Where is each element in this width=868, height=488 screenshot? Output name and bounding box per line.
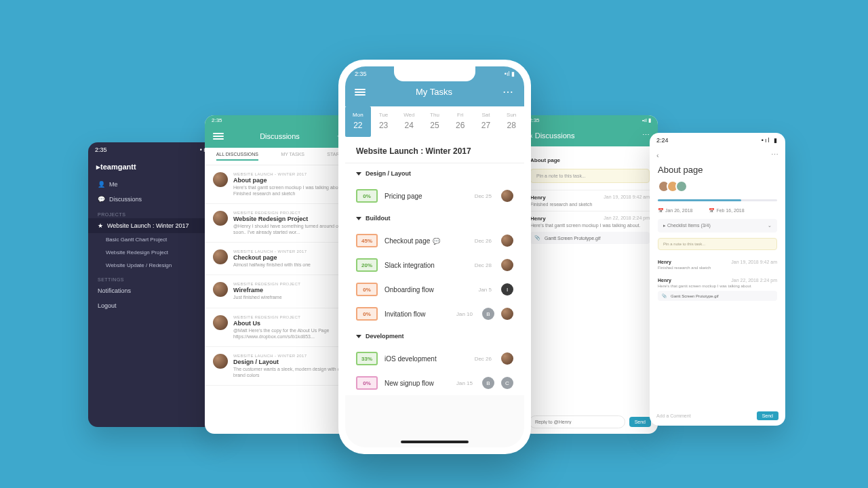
page-title: About page bbox=[650, 162, 785, 180]
send-button[interactable]: Send bbox=[757, 411, 778, 420]
task-row[interactable]: 33% iOS development Dec 26 bbox=[345, 346, 524, 371]
tab-all[interactable]: ALL DISCUSSIONS bbox=[216, 152, 258, 161]
progress-bar[interactable] bbox=[658, 199, 777, 201]
checklist-toggle[interactable]: ▸ Checklist Items (3/4) ⌄ bbox=[658, 219, 777, 232]
section-projects: PROJECTS bbox=[88, 207, 224, 218]
day-cell[interactable]: Thu25 bbox=[422, 106, 448, 137]
avatar bbox=[213, 211, 228, 226]
task-row[interactable]: 0% Invitation flow Jan 10 B bbox=[345, 302, 524, 326]
assignee-avatar bbox=[501, 190, 513, 202]
home-indicator[interactable] bbox=[401, 441, 469, 443]
project-item[interactable]: Website Update / Redesign bbox=[88, 259, 224, 272]
progress-badge: 33% bbox=[356, 352, 378, 365]
task-row[interactable]: 0% Onboarding flow Jan 5 I bbox=[345, 277, 524, 302]
nav-discussions[interactable]: 💬 Discussions bbox=[88, 192, 224, 207]
progress-badge: 0% bbox=[356, 283, 378, 296]
week-selector[interactable]: Mon22 Tue23 Wed24 Thu25 Fri26 Sat27 Sun2… bbox=[345, 106, 524, 137]
progress-badge: 0% bbox=[356, 307, 378, 321]
task-title: About page bbox=[530, 153, 650, 165]
note-input[interactable]: Pin a note to this task... bbox=[658, 238, 777, 250]
menu-icon[interactable] bbox=[355, 89, 366, 96]
day-cell[interactable]: Sat27 bbox=[473, 106, 499, 137]
date-range[interactable]: 📅 Jan 26, 2018 📅 Feb 16, 2018 bbox=[650, 208, 785, 219]
nav-logout[interactable]: Logout bbox=[88, 298, 224, 313]
sidebar-screen: 2:35 •ıl ▮ ▸teamgantt 👤 Me 💬 Discussions… bbox=[88, 142, 224, 427]
screen-title: Discussions bbox=[260, 132, 300, 140]
project-item[interactable]: Website Redesign Project bbox=[88, 246, 224, 259]
back-button[interactable]: ‹ Discussions bbox=[530, 131, 574, 140]
group-header[interactable]: Design / Layout bbox=[345, 163, 524, 184]
more-icon[interactable]: ⋯ bbox=[771, 150, 778, 159]
assignee-avatar bbox=[501, 352, 513, 365]
assignees[interactable] bbox=[650, 180, 785, 198]
discussion-row[interactable]: WEBSITE LAUNCH - WINTER 2017Checkout pag… bbox=[205, 243, 361, 275]
caret-down-icon bbox=[356, 335, 361, 338]
assignee-avatar: B bbox=[482, 308, 494, 320]
status-bar: 2:24•ıl ▮ bbox=[650, 133, 785, 148]
avatar bbox=[213, 249, 228, 264]
status-time: 2:35 bbox=[95, 146, 107, 153]
assignee-avatar: I bbox=[501, 283, 513, 296]
chevron-down-icon: ⌄ bbox=[768, 223, 772, 228]
assignee-avatar: B bbox=[482, 377, 494, 389]
screen-title: My Tasks bbox=[416, 87, 452, 97]
about-page-screen: 2:24•ıl ▮ ‹⋯ About page 📅 Jan 26, 2018 📅… bbox=[650, 133, 785, 426]
assignee-avatar bbox=[501, 308, 513, 320]
discussion-row[interactable]: WEBSITE REDESIGN PROJECTAbout Us@Matt He… bbox=[205, 308, 361, 347]
avatar bbox=[213, 282, 228, 297]
project-title: Website Launch : Winter 2017 bbox=[345, 137, 524, 163]
discussion-row[interactable]: WEBSITE LAUNCH - WINTER 2017Design / Lay… bbox=[205, 347, 361, 386]
attachment[interactable]: 📎 Gantt Screen Prototype.gif bbox=[658, 291, 777, 301]
discussion-row[interactable]: WEBSITE REDESIGN PROJECTWebsite Redesign… bbox=[205, 204, 361, 243]
attachment[interactable]: 📎 Gantt Screen Prototype.gif bbox=[530, 232, 650, 244]
task-row[interactable]: 20% Slack integration Dec 28 bbox=[345, 253, 524, 277]
day-cell[interactable]: Fri26 bbox=[448, 106, 473, 137]
menu-icon[interactable] bbox=[213, 133, 224, 140]
group-header[interactable]: Development bbox=[345, 326, 524, 346]
add-comment-input[interactable]: Add a Comment bbox=[656, 413, 753, 418]
note-input[interactable]: Pin a note to this task... bbox=[530, 169, 650, 183]
assignee-avatar bbox=[501, 259, 513, 271]
more-icon[interactable]: ⋯ bbox=[642, 131, 650, 140]
more-icon[interactable]: ⋯ bbox=[502, 85, 515, 98]
tab-mytasks[interactable]: MY TASKS bbox=[281, 152, 304, 161]
discussions-screen: 2:35•ıl ▮ Discussions ＋ ⋯ ALL DISCUSSION… bbox=[205, 115, 361, 434]
progress-badge: 45% bbox=[356, 234, 378, 247]
discussion-row[interactable]: WEBSITE REDESIGN PROJECTWireframeJust fi… bbox=[205, 275, 361, 308]
task-row[interactable]: 45% Checkout page💬 Dec 26 bbox=[345, 228, 524, 253]
caret-down-icon bbox=[356, 172, 361, 176]
task-row[interactable]: 0% Pricing page Dec 25 bbox=[345, 184, 524, 208]
notch bbox=[394, 66, 475, 81]
comment: HenryJan 19, 2018 9:42 am Finished resea… bbox=[650, 256, 785, 274]
assignee-avatar: C bbox=[501, 377, 513, 389]
discussion-row[interactable]: WEBSITE LAUNCH - WINTER 2017About pageHe… bbox=[205, 165, 361, 204]
assignee-avatar bbox=[501, 235, 513, 247]
progress-badge: 0% bbox=[356, 376, 378, 390]
project-active[interactable]: ★ Website Launch : Winter 2017 bbox=[88, 218, 224, 233]
task-detail-screen: 2:35•ıl ▮ ‹ Discussions ⋯ About page Pin… bbox=[522, 115, 658, 434]
section-settings: SETTINGS bbox=[88, 272, 224, 283]
task-row[interactable]: 0% New signup flow Jan 15 B C bbox=[345, 371, 524, 395]
day-cell[interactable]: Sun28 bbox=[498, 106, 524, 137]
project-item[interactable]: Basic Gantt Chart Project bbox=[88, 233, 224, 246]
comment-icon: 💬 bbox=[433, 238, 440, 245]
day-cell[interactable]: Wed24 bbox=[396, 106, 422, 137]
avatar bbox=[213, 172, 228, 187]
send-button[interactable]: Send bbox=[629, 417, 651, 427]
progress-badge: 0% bbox=[356, 189, 378, 203]
back-icon[interactable]: ‹ bbox=[656, 151, 659, 159]
nav-me[interactable]: 👤 Me bbox=[88, 177, 224, 192]
reply-input[interactable] bbox=[529, 415, 625, 428]
day-cell[interactable]: Tue23 bbox=[371, 106, 397, 137]
main-phone-frame: 2:35•ıl ▮ My Tasks ⋯ Mon22 Tue23 Wed24 T… bbox=[338, 60, 531, 454]
progress-badge: 20% bbox=[356, 258, 378, 272]
day-cell[interactable]: Mon22 bbox=[345, 106, 371, 137]
avatar bbox=[213, 354, 228, 369]
group-header[interactable]: Buildout bbox=[345, 208, 524, 228]
brand-logo: ▸teamgantt bbox=[88, 157, 224, 177]
nav-notifications[interactable]: Notifications bbox=[88, 283, 224, 298]
status-bar: 2:35•ıl ▮ bbox=[522, 115, 658, 125]
status-bar: 2:35 •ıl ▮ bbox=[88, 142, 224, 157]
comment: HenryJan 22, 2018 2:24 pm Here's that ga… bbox=[650, 274, 785, 305]
comment: HenryJan 19, 2018 9:42 am Finished resea… bbox=[530, 190, 650, 211]
